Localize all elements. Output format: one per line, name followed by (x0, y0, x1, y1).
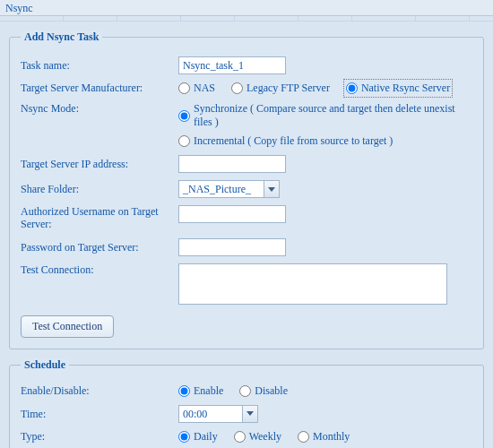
time-value: 00:00 (179, 406, 242, 422)
window-titlebar: Nsync (0, 0, 493, 16)
manufacturer-native-label: Native Rsync Server (361, 82, 450, 95)
task-name-input[interactable] (178, 56, 286, 74)
share-folder-dropdown-button[interactable] (264, 181, 279, 197)
disable-option[interactable]: Disable (239, 384, 288, 398)
nsync-mode-label: Nsync Mode: (21, 102, 173, 115)
enable-disable-label: Enable/Disable: (21, 384, 173, 397)
disable-radio[interactable] (239, 385, 251, 397)
mode-incremental-option[interactable]: Incremental ( Copy file from source to t… (178, 134, 472, 148)
manufacturer-legacy-label: Legacy FTP Server (246, 82, 330, 95)
chevron-down-icon (246, 411, 254, 416)
manufacturer-legacy-option[interactable]: Legacy FTP Server (231, 82, 330, 95)
enable-text: Enable (194, 384, 223, 398)
type-daily-option[interactable]: Daily (178, 430, 218, 444)
task-name-label: Task name: (21, 59, 173, 72)
share-folder-selected: _NAS_Picture_ (179, 181, 264, 197)
target-manufacturer-label: Target Server Manufacturer: (21, 82, 173, 94)
manufacturer-legacy-radio[interactable] (231, 82, 243, 94)
time-dropdown-button[interactable] (242, 406, 257, 422)
time-label: Time: (21, 408, 173, 420)
chevron-down-icon (268, 187, 275, 192)
test-connection-output[interactable] (178, 263, 447, 305)
manufacturer-nas-label: NAS (194, 82, 215, 95)
type-label: Type: (21, 430, 173, 443)
add-nsync-task-panel: Add Nsync Task Task name: Target Server … (9, 30, 484, 349)
enable-option[interactable]: Enable (178, 384, 223, 398)
type-weekly-label: Weekly (249, 430, 281, 444)
type-monthly-radio[interactable] (298, 431, 309, 443)
time-select[interactable]: 00:00 (178, 405, 258, 423)
share-folder-label: Share Folder: (21, 183, 173, 195)
test-connection-button[interactable]: Test Connection (21, 315, 114, 338)
type-weekly-option[interactable]: Weekly (234, 430, 281, 444)
manufacturer-nas-radio[interactable] (178, 82, 190, 94)
type-monthly-label: Monthly (313, 430, 350, 444)
panel-legend-schedule: Schedule (21, 358, 69, 372)
username-input[interactable] (178, 205, 286, 223)
share-folder-select[interactable]: _NAS_Picture_ (178, 180, 280, 198)
window-title: Nsync (5, 2, 33, 14)
manufacturer-native-radio[interactable] (346, 82, 358, 94)
schedule-panel: Schedule Enable/Disable: Enable Disable … (9, 358, 484, 448)
manufacturer-nas-option[interactable]: NAS (178, 82, 215, 95)
mode-incremental-radio[interactable] (178, 135, 190, 147)
type-daily-radio[interactable] (178, 431, 190, 443)
enable-radio[interactable] (178, 385, 190, 397)
target-ip-label: Target Server IP address: (21, 158, 173, 170)
mode-sync-radio[interactable] (178, 110, 190, 122)
test-connection-label: Test Connection: (21, 263, 173, 276)
type-monthly-option[interactable]: Monthly (298, 430, 350, 444)
disable-text: Disable (255, 384, 288, 398)
mode-sync-label: Synchronize ( Compare source and target … (194, 102, 472, 129)
type-daily-label: Daily (194, 430, 218, 444)
password-label: Password on Target Server: (21, 241, 173, 254)
target-ip-input[interactable] (178, 155, 286, 173)
mode-incremental-label: Incremental ( Copy file from source to t… (194, 134, 393, 148)
password-input[interactable] (178, 238, 286, 256)
mode-sync-option[interactable]: Synchronize ( Compare source and target … (178, 102, 472, 129)
manufacturer-native-option[interactable]: Native Rsync Server (346, 82, 450, 95)
type-weekly-radio[interactable] (234, 431, 246, 443)
username-label: Authorized Username on Target Server: (21, 205, 173, 231)
panel-legend-task: Add Nsync Task (21, 30, 102, 44)
